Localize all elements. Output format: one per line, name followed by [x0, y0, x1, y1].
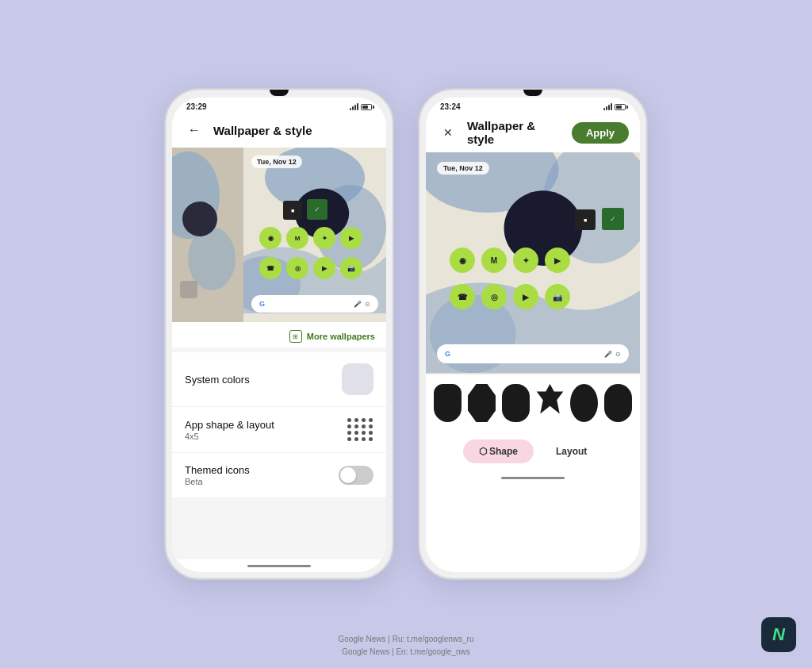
status-bar-right: 23:24 [426, 98, 640, 113]
status-icons-left [350, 103, 372, 110]
search-bar-right[interactable]: G 🎤 ⊙ [437, 344, 629, 363]
right-app-7: ▶ [513, 284, 538, 309]
top-bar-right: ✕ Wallpaper & style Apply [426, 113, 640, 152]
more-wallpapers-btn[interactable]: ⊞ More wallpapers [172, 322, 386, 347]
grid-dots-icon [347, 418, 373, 441]
app-icon-5: ☎ [259, 257, 282, 279]
toggle-knob [340, 467, 356, 483]
app-icons-row1: ■ ✓ [283, 199, 327, 220]
wallpaper-preview-left: Tue, Nov 12 ■ ✓ ◉ M ✦ ▶ ☎ ◎ [172, 148, 386, 322]
phone-left: 23:29 ← Wallpaper & style [164, 88, 394, 580]
footer-line2: Google News | En: t.me/google_nws [0, 646, 812, 658]
shape-star[interactable] [536, 384, 564, 422]
tab-shape[interactable]: ⬡ Shape [463, 440, 534, 463]
app-icon-1: ◉ [259, 227, 282, 249]
app-icon-4: ▶ [340, 227, 362, 249]
top-bar-left: ← Wallpaper & style [172, 113, 386, 148]
app-icon-v: ✓ [307, 199, 327, 220]
grid-dots-container [347, 418, 373, 441]
home-indicator-right [426, 471, 640, 484]
tab-shape-label: Shape [489, 446, 518, 457]
page-title-right: Wallpaper & style [467, 119, 564, 146]
themed-icons-label: Themed icons [185, 464, 331, 476]
app-icon-7: ▶ [313, 257, 335, 279]
right-app-4: ▶ [545, 248, 570, 273]
search-bar-left[interactable]: G 🎤 ⊙ [251, 295, 378, 313]
shape-partial[interactable] [434, 384, 462, 422]
color-swatch [342, 363, 373, 395]
app-shape-layout-content: App shape & layout 4x5 [185, 419, 339, 441]
shape-selector [426, 374, 640, 432]
right-icons-row2: ☎ ◎ ▶ 📷 [450, 284, 570, 309]
right-icon-v: ✓ [602, 208, 624, 230]
app-shape-layout-row[interactable]: App shape & layout 4x5 [172, 407, 386, 453]
system-colors-row[interactable]: System colors [172, 352, 386, 407]
svg-point-3 [182, 202, 217, 236]
right-app-6: ◎ [481, 284, 507, 309]
signal-icon-right [603, 103, 612, 110]
status-icons-right [603, 103, 626, 110]
signal-icon-left [350, 103, 358, 110]
shape-tab-bar: ⬡ Shape Layout [426, 432, 640, 471]
app-icon-2: M [286, 227, 308, 249]
footer: Google News | Ru: t.me/googlenws_ru Goog… [0, 633, 812, 658]
lens-icon-left: ⊙ [365, 301, 370, 308]
app-icon-square1: ■ [283, 201, 302, 220]
shape-squircle[interactable] [604, 384, 632, 422]
mic-icon-right: 🎤 [604, 351, 612, 358]
app-icons-row2: ◉ M ✦ ▶ [259, 227, 362, 249]
app-shape-layout-label: App shape & layout [185, 419, 339, 431]
themed-icons-content: Themed icons Beta [185, 464, 331, 486]
more-wallpapers-icon: ⊞ [289, 330, 302, 343]
right-icons-top: ■ ✓ [575, 208, 624, 230]
date-chip-left: Tue, Nov 12 [251, 155, 302, 168]
phone-right: 23:24 ✕ Wallpaper & style A [418, 88, 648, 580]
apply-button[interactable]: Apply [572, 122, 629, 144]
home-indicator-left [172, 559, 386, 572]
right-app-3: ✦ [513, 248, 538, 273]
settings-list-left: System colors App shape & layout 4x5 [172, 352, 386, 498]
app-shape-layout-sub: 4x5 [185, 432, 339, 441]
themed-icons-toggle-container [339, 466, 373, 485]
shape-octagon[interactable] [468, 384, 496, 422]
shape-circle[interactable] [570, 384, 598, 422]
tab-layout[interactable]: Layout [540, 440, 603, 463]
home-bar-left [247, 565, 311, 567]
wp-left-part [172, 148, 243, 322]
themed-icons-row[interactable]: Themed icons Beta [172, 453, 386, 498]
close-button[interactable]: ✕ [437, 121, 459, 144]
lens-icon-right: ⊙ [615, 351, 621, 358]
app-icon-6: ◎ [286, 257, 308, 279]
content-area-left: ⊞ More wallpapers System colors [172, 322, 386, 559]
app-icons-row3: ☎ ◎ ▶ 📷 [259, 257, 362, 279]
wallpaper-preview-right: Tue, Nov 12 ■ ✓ ◉ M ✦ ▶ ☎ ◎ ▶ 📷 [426, 152, 640, 374]
google-g-left: G [259, 300, 265, 308]
date-chip-right: Tue, Nov 12 [437, 162, 489, 175]
tab-layout-label: Layout [556, 446, 587, 457]
system-colors-swatch-container [342, 363, 373, 395]
themed-icons-sub: Beta [185, 477, 331, 486]
tab-shape-icon: ⬡ [479, 446, 489, 457]
n-logo: N [761, 617, 796, 652]
wp-small-icon [180, 281, 197, 298]
right-app-8: 📷 [545, 284, 570, 309]
themed-icons-toggle[interactable] [339, 466, 373, 485]
right-icons-row1: ◉ M ✦ ▶ [450, 248, 570, 273]
app-icon-3: ✦ [313, 227, 335, 249]
mic-icon-left: 🎤 [354, 301, 362, 308]
right-app-1: ◉ [450, 248, 475, 273]
battery-icon-right [615, 104, 626, 110]
n-logo-letter: N [772, 624, 785, 645]
back-button[interactable]: ← [183, 119, 205, 141]
right-app-5: ☎ [450, 284, 475, 309]
footer-line1: Google News | Ru: t.me/googlenws_ru [0, 633, 812, 646]
shape-rounded[interactable] [502, 384, 530, 422]
system-colors-content: System colors [185, 374, 334, 386]
system-colors-label: System colors [185, 374, 334, 386]
wp-right-part: Tue, Nov 12 ■ ✓ ◉ M ✦ ▶ ☎ ◎ [243, 148, 386, 322]
right-icon-sq1: ■ [575, 209, 596, 230]
time-right: 23:24 [440, 102, 461, 111]
app-icon-8: 📷 [340, 257, 362, 279]
google-g-right: G [445, 350, 450, 358]
status-bar-left: 23:29 [172, 98, 386, 113]
